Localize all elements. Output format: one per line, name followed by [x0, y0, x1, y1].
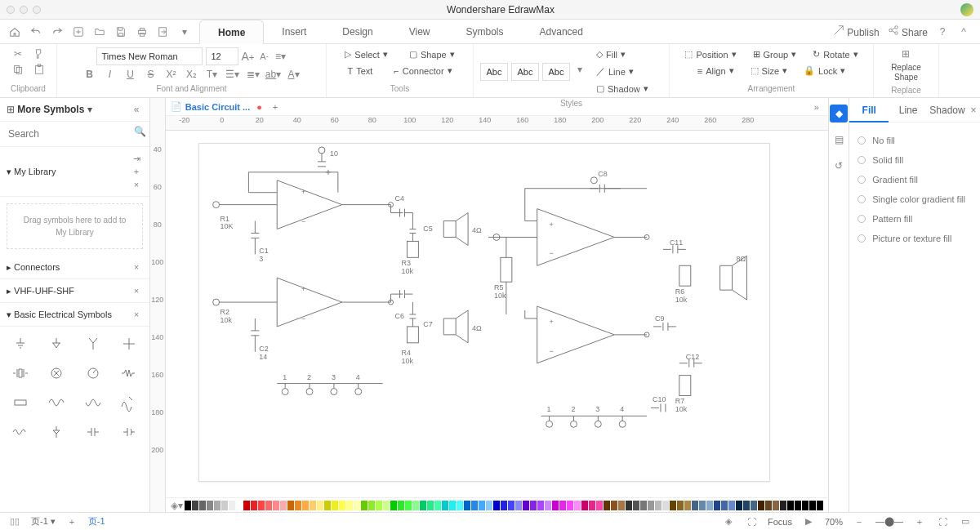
shadow-drop[interactable]: ▢ Shadow ▾ [591, 82, 653, 96]
color-swatch[interactable] [626, 501, 632, 510]
group-drop[interactable]: ⊞ Group ▾ [748, 47, 802, 61]
window-max[interactable] [33, 6, 41, 14]
color-swatch[interactable] [655, 501, 662, 510]
color-swatch[interactable] [251, 501, 257, 510]
connectors-section[interactable]: Connectors [14, 262, 60, 272]
color-swatch[interactable] [207, 501, 213, 510]
style-preset-1[interactable]: Abc [480, 63, 508, 81]
color-swatch[interactable] [273, 501, 279, 510]
color-swatch[interactable] [581, 501, 588, 510]
color-swatch[interactable] [501, 501, 507, 510]
collapse-sidebar-icon[interactable]: « [130, 103, 143, 116]
fill-option[interactable]: Single color gradient fill [858, 189, 972, 209]
symbol-sine1[interactable] [41, 390, 72, 415]
color-swatch[interactable] [508, 501, 514, 510]
symbol-antenna[interactable] [78, 332, 109, 356]
underline-icon[interactable]: U [124, 68, 137, 81]
fill-option[interactable]: Pattern fill [858, 209, 972, 229]
subscript-icon[interactable]: X₂ [185, 68, 198, 81]
font-size-select[interactable]: 12 [206, 47, 238, 65]
tab-symbols[interactable]: Symbols [448, 20, 522, 44]
canvas[interactable]: +− 10 +− R110K R210k C13 C214 C4 C5 [166, 131, 828, 497]
page-tab[interactable]: 页-1 [88, 515, 105, 528]
close-lib-icon[interactable]: × [130, 178, 143, 191]
zoom-out-icon[interactable]: − [853, 515, 866, 528]
close-icon[interactable]: × [130, 308, 143, 321]
color-swatch[interactable] [684, 501, 691, 510]
avatar[interactable] [960, 3, 973, 16]
elec-section[interactable]: Basic Electrical Symbols [14, 310, 112, 319]
color-swatch[interactable] [493, 501, 500, 510]
outline-icon[interactable]: ▯▯ [8, 515, 21, 528]
symbol-earth[interactable] [41, 332, 72, 356]
color-swatch[interactable] [192, 501, 198, 510]
undo-icon[interactable] [29, 25, 42, 38]
doc-tabs-more-icon[interactable]: » [810, 100, 823, 114]
font-grow-icon[interactable]: A+ [242, 50, 255, 63]
share-button[interactable]: Share [888, 24, 928, 38]
color-swatch[interactable] [795, 501, 801, 510]
page-panel-icon[interactable]: ▤ [830, 131, 848, 149]
symbol-circle[interactable] [41, 361, 72, 385]
color-swatch[interactable] [787, 501, 794, 510]
copy-icon[interactable] [11, 63, 24, 76]
symbol-sine3[interactable] [114, 390, 145, 415]
color-swatch[interactable] [332, 501, 338, 510]
lock-drop[interactable]: 🔒 Lock ▾ [799, 64, 850, 78]
bold-icon[interactable]: B [83, 68, 96, 81]
color-swatch[interactable] [677, 501, 684, 510]
import-lib-icon[interactable]: ⇥ [130, 152, 143, 165]
color-swatch[interactable] [265, 501, 272, 510]
vhf-section[interactable]: VHF-UHF-SHF [14, 286, 74, 296]
rpanel-tab-shadow[interactable]: Shadow [928, 98, 967, 122]
color-swatch[interactable] [758, 501, 764, 510]
color-swatch[interactable] [185, 501, 191, 510]
fill-option[interactable]: No fill [858, 131, 972, 150]
symbol-diode[interactable] [41, 420, 72, 444]
fill-option[interactable]: Solid fill [858, 150, 972, 170]
add-lib-icon[interactable]: + [130, 165, 143, 178]
color-swatch[interactable] [486, 501, 492, 510]
symbol-ground[interactable] [5, 332, 36, 356]
color-swatch[interactable] [545, 501, 551, 510]
page-select[interactable]: 页-1 ▾ [31, 515, 56, 528]
home-icon[interactable] [8, 25, 21, 38]
italic-icon[interactable]: I [104, 68, 117, 81]
export-icon[interactable] [157, 25, 170, 38]
window-close[interactable] [7, 6, 15, 14]
color-swatch[interactable] [376, 501, 382, 510]
search-icon[interactable]: 🔍 [134, 125, 146, 138]
size-drop[interactable]: ⬚ Size ▾ [746, 64, 792, 78]
color-swatch[interactable] [515, 501, 522, 510]
format-painter-icon[interactable] [33, 47, 46, 60]
color-swatch[interactable] [618, 501, 625, 510]
color-swatch[interactable] [405, 501, 412, 510]
color-swatch[interactable] [361, 501, 368, 510]
color-swatch[interactable] [604, 501, 610, 510]
shape-tool[interactable]: ▢ Shape ▾ [404, 47, 460, 61]
text-tool[interactable]: T Text [342, 64, 377, 78]
color-swatch[interactable] [287, 501, 294, 510]
more-symbols-button[interactable]: More Symbols [17, 104, 84, 115]
color-swatch[interactable] [633, 501, 639, 510]
zoom-slider[interactable]: —⬤— [875, 516, 903, 527]
color-swatch[interactable] [420, 501, 426, 510]
publish-button[interactable]: Publish [833, 24, 880, 38]
color-swatch[interactable] [280, 501, 287, 510]
color-swatch[interactable] [339, 501, 345, 510]
color-swatch[interactable] [434, 501, 441, 510]
fill-option[interactable]: Picture or texture fill [858, 229, 972, 248]
redo-icon[interactable] [51, 25, 64, 38]
align-drop[interactable]: ≡ Align ▾ [693, 64, 739, 78]
strike-icon[interactable]: S [145, 68, 158, 81]
color-swatch[interactable] [236, 501, 243, 510]
color-swatch[interactable] [442, 501, 448, 510]
fit-page-icon[interactable]: ⛶ [936, 515, 949, 528]
color-swatch[interactable] [324, 501, 331, 510]
color-swatch[interactable] [464, 501, 470, 510]
color-swatch[interactable] [699, 501, 706, 510]
connector-tool[interactable]: ⌐ Connector ▾ [389, 64, 457, 78]
color-swatch[interactable] [648, 501, 654, 510]
close-rpanel-icon[interactable]: × [967, 104, 980, 117]
collapse-ribbon-icon[interactable]: ^ [957, 25, 970, 38]
